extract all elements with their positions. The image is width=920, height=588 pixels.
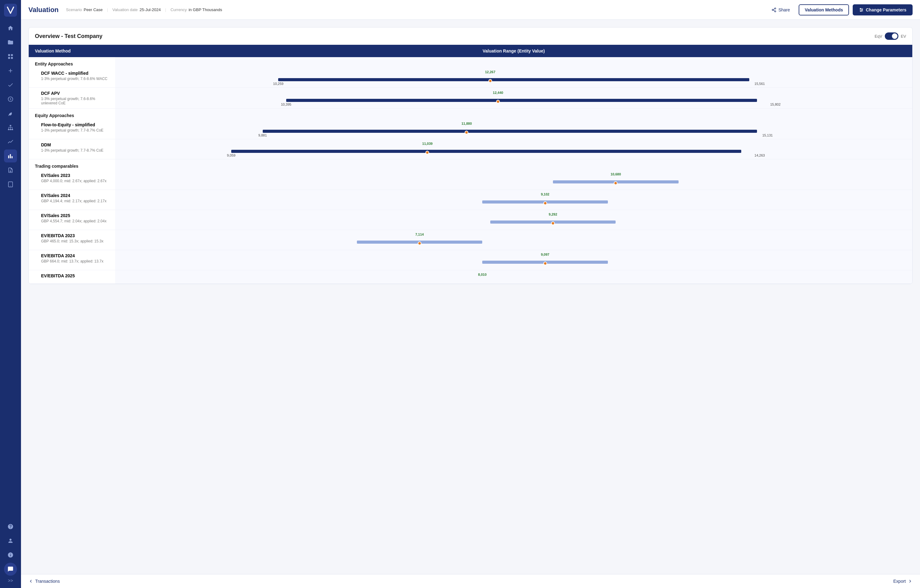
bar-chart-active-icon[interactable] (4, 149, 17, 162)
fte-mid-label: 11,880 (462, 121, 472, 125)
ddm-row: DDM 1-3% perpetual growth; 7.7-8.7% CoE … (29, 139, 912, 159)
export-page-icon[interactable] (4, 164, 17, 177)
leaf-icon[interactable] (4, 107, 17, 120)
svg-point-25 (860, 8, 861, 9)
user-profile-icon[interactable] (4, 534, 17, 547)
page-header: Valuation Scenario Peer Case | Valuation… (21, 0, 920, 20)
fte-max-val: 15,131 (762, 133, 773, 137)
ev-sales-2024-left: EV/Sales 2024 GBP 4,194.4; mid: 2.17x; a… (29, 190, 115, 210)
dcf-wacc-name: DCF WACC - simplified (41, 71, 109, 76)
dcf-wacc-max-val: 15,561 (755, 82, 765, 86)
export-button[interactable]: Export (894, 579, 913, 584)
ev-ebitda-2023-row: EV/EBITDA 2023 GBP 465.0; mid: 15.3x; ap… (29, 230, 912, 250)
ev-ebitda-2025-right: 8,010 (115, 270, 912, 284)
ddm-track (231, 150, 741, 153)
ev-sales-2024-right: 9,102 (115, 190, 912, 210)
ev-toggle[interactable] (885, 32, 898, 40)
ev-ebitda-2023-name: EV/EBITDA 2023 (41, 233, 109, 238)
header-actions: Share Valuation Methods Change Parameter… (766, 4, 913, 15)
org-icon[interactable] (4, 121, 17, 134)
equity-approaches-right (115, 109, 912, 119)
col-method-header: Valuation Method (29, 45, 115, 57)
toggle-ev-label: EV (901, 34, 906, 39)
info-circle-icon[interactable] (4, 549, 17, 561)
svg-line-21 (773, 9, 775, 10)
ev-sales-2025-desc: GBP 4,554.7; mid: 2.04x; applied: 2.04x (41, 219, 109, 223)
help-icon[interactable] (4, 520, 17, 533)
ev-sales-2025-left: EV/Sales 2025 GBP 4,554.7; mid: 2.04x; a… (29, 210, 115, 230)
ev-ebitda-2023-right: 7,114 (115, 230, 912, 250)
ev-sales-2024-name: EV/Sales 2024 (41, 193, 109, 198)
ev-sales-2024-dot (543, 201, 547, 205)
back-transactions-button[interactable]: Transactions (28, 579, 60, 584)
share-button[interactable]: Share (766, 5, 795, 15)
ddm-left: DDM 1-3% perpetual growth; 7.7-8.7% CoE (29, 139, 115, 159)
dcf-wacc-dot (488, 79, 492, 83)
fte-desc: 1-3% perpetual growth; 7.7-8.7% CoE (41, 128, 109, 133)
currency-value: in GBP Thousands (189, 7, 222, 12)
ev-ebitda-2025-row: EV/EBITDA 2025 8,010 (29, 270, 912, 284)
trading-comparables-category: Trading comparables (29, 159, 912, 170)
fte-bar: 11,880 9,881 15,131 (121, 121, 906, 137)
ev-sales-2024-row: EV/Sales 2024 GBP 4,194.4; mid: 2.17x; a… (29, 190, 912, 210)
scenario-label: Scenario (66, 7, 82, 12)
dcf-apv-dot (496, 100, 500, 104)
change-parameters-button[interactable]: Change Parameters (853, 4, 913, 15)
dcf-apv-right: 12,440 10,395 15,802 (115, 88, 912, 109)
svg-rect-11 (8, 156, 9, 158)
ev-ebitda-2023-left: EV/EBITDA 2023 GBP 465.0; mid: 15.3x; ap… (29, 230, 115, 250)
valuation-date-value: 25-Jul-2024 (139, 7, 161, 12)
fte-left: Flow-to-Equity - simplified 1-3% perpetu… (29, 119, 115, 139)
dcf-apv-bar: 12,440 10,395 15,802 (121, 90, 906, 106)
ev-sales-2023-bar: 10,680 (121, 172, 906, 188)
ev-sales-2023-row: EV/Sales 2023 GBP 4,000.0; mid: 2.67x; a… (29, 170, 912, 190)
ev-sales-2025-bar: 9,292 (121, 212, 906, 228)
ev-ebitda-2023-desc: GBP 465.0; mid: 15.3x; applied: 15.3x (41, 239, 109, 243)
currency-label: Currency (170, 7, 187, 12)
trend-chart-icon[interactable] (4, 135, 17, 148)
svg-point-26 (862, 9, 863, 10)
toggle-thumb (892, 33, 897, 39)
chat-bubble-icon[interactable] (4, 563, 17, 576)
ddm-min-val: 9,059 (227, 154, 236, 157)
ev-sales-2023-mid-label: 10,680 (611, 172, 621, 176)
sidebar-expand-button[interactable]: >> (4, 577, 17, 584)
equity-approaches-label: Equity Approaches (29, 109, 115, 119)
equity-approaches-section: Equity Approaches Flow-to-Equity - simpl… (29, 109, 912, 159)
ddm-mid-label: 11,039 (422, 142, 433, 146)
dcf-wacc-row: DCF WACC - simplified 1-3% perpetual gro… (29, 68, 912, 88)
fte-name: Flow-to-Equity - simplified (41, 122, 109, 127)
ev-ebitda-2023-mid-label: 7,114 (415, 233, 424, 236)
dcf-wacc-min-val: 10,259 (273, 82, 284, 86)
grid-icon[interactable] (4, 50, 17, 63)
dcf-wacc-desc: 1-3% perpetual growth; 7.6-8.6% WACC (41, 76, 109, 81)
app-logo[interactable] (4, 4, 17, 17)
svg-point-18 (772, 9, 773, 10)
plus-icon[interactable] (4, 64, 17, 77)
ev-sales-2025-name: EV/Sales 2025 (41, 213, 109, 218)
ev-ebitda-2024-dot (543, 262, 547, 265)
coin-icon[interactable]: $ (4, 92, 17, 105)
tablet-icon[interactable] (4, 178, 17, 191)
trading-comparables-section: Trading comparables EV/Sales 2023 GBP 4,… (29, 159, 912, 284)
ev-toggle-group: EqV EV (875, 32, 906, 40)
overview-title: Overview - Test Company (35, 33, 102, 39)
ev-ebitda-2024-mid-label: 9,097 (541, 253, 549, 256)
check-icon[interactable] (4, 78, 17, 91)
ddm-name: DDM (41, 143, 109, 147)
header-meta: Scenario Peer Case | Valuation date 25-J… (66, 7, 222, 12)
svg-point-27 (861, 10, 862, 11)
scenario-value: Peer Case (84, 7, 102, 12)
overview-panel: Overview - Test Company EqV EV Valuation… (28, 27, 913, 284)
valuation-methods-button[interactable]: Valuation Methods (799, 4, 849, 15)
dcf-wacc-bar: 12,267 10,259 15,561 (121, 70, 906, 86)
ddm-bar: 11,039 9,059 14,263 (121, 141, 906, 157)
table-header: Valuation Method Valuation Range (Entity… (29, 45, 912, 57)
svg-point-17 (774, 8, 776, 9)
ev-sales-2024-desc: GBP 4,194.4; mid: 2.17x; applied: 2.17x (41, 199, 109, 203)
home-icon[interactable] (4, 22, 17, 35)
svg-point-19 (774, 10, 776, 12)
page-footer: Transactions Export (21, 574, 920, 588)
ddm-desc: 1-3% perpetual growth; 7.7-8.7% CoE (41, 148, 109, 152)
folder-icon[interactable] (4, 36, 17, 49)
